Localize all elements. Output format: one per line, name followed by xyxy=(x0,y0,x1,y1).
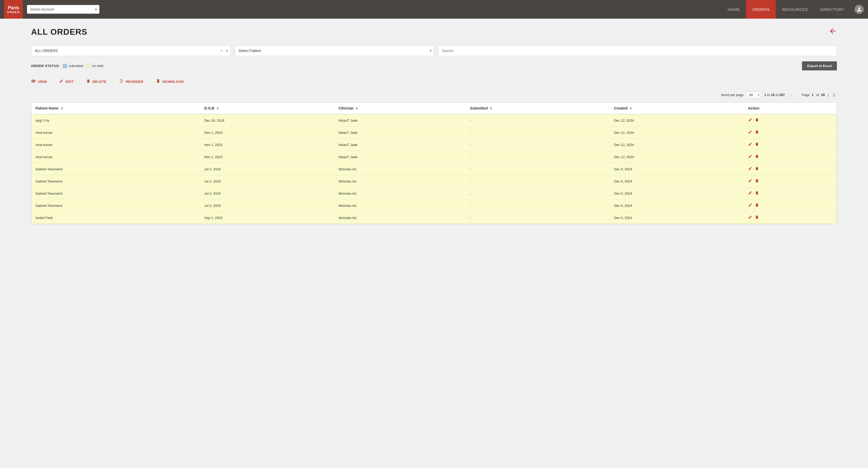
reorder-button[interactable]: REORDER xyxy=(119,79,144,84)
cell-created: Dec 6, 2024 xyxy=(610,175,744,187)
search-container xyxy=(438,45,837,56)
cell-created: Dec 12, 2024 xyxy=(610,114,744,127)
cell-action xyxy=(744,212,837,224)
nav-item-resources[interactable]: RESOURCES xyxy=(776,0,814,19)
cell-dob: Sep 1, 2024 xyxy=(200,212,334,224)
cell-clinician: NolanT Jade xyxy=(334,127,466,139)
status-box-onhold-icon xyxy=(87,64,91,68)
cell-action xyxy=(744,139,837,151)
download-button[interactable]: DOWNLOAD xyxy=(156,79,184,84)
col-submitted[interactable]: Submitted ⇅ xyxy=(466,102,610,114)
row-delete-button[interactable] xyxy=(755,142,759,147)
row-edit-button[interactable] xyxy=(748,142,752,147)
sort-dob-icon: ⇅ xyxy=(216,107,219,110)
order-filter-clear[interactable]: × xyxy=(220,49,223,53)
row-delete-button[interactable] xyxy=(755,179,759,184)
items-per-page-label: Items per page xyxy=(721,93,744,97)
col-clinician[interactable]: Clinician ⇅ xyxy=(334,102,466,114)
per-page-wrapper: 10 25 50 100 xyxy=(747,92,761,98)
first-page-button[interactable]: ⟨⟨ xyxy=(788,92,794,98)
logo-sub: ORDER xyxy=(7,10,20,14)
table-row[interactable]: Gabriel TownsendJul 2, 2024Nicholas Ad-D… xyxy=(31,187,837,199)
patient-filter-select[interactable]: Select Patient xyxy=(235,45,434,56)
eye-icon xyxy=(31,79,36,83)
cell-clinician: Nicholas Ad xyxy=(334,199,466,212)
cell-created: Dec 12, 2024 xyxy=(610,139,744,151)
status-submitted-label: submitted xyxy=(69,64,83,68)
of-label: of xyxy=(816,93,819,97)
back-button[interactable] xyxy=(829,27,837,37)
status-onhold: on hold xyxy=(87,64,103,68)
row-delete-button[interactable] xyxy=(755,166,759,171)
cell-created: Dec 6, 2024 xyxy=(610,199,744,212)
table-row[interactable]: Gabriel TownsendJul 2, 2024Nicholas Ad-D… xyxy=(31,199,837,212)
row-edit-button[interactable] xyxy=(748,130,752,135)
cell-submitted: - xyxy=(466,212,610,224)
account-select-container: Select Account xyxy=(27,5,99,14)
row-delete-button[interactable] xyxy=(755,203,759,208)
row-delete-button[interactable] xyxy=(755,191,759,196)
nav-item-home[interactable]: HOME xyxy=(721,0,746,19)
table-row[interactable]: dagi 2 tryDec 18, 2018NolanT Jade-Dec 12… xyxy=(31,114,837,127)
cell-dob: Jul 2, 2024 xyxy=(200,187,334,199)
row-edit-button[interactable] xyxy=(748,166,752,171)
range-start: 1 xyxy=(764,93,766,97)
row-delete-button[interactable] xyxy=(755,130,759,135)
row-delete-button[interactable] xyxy=(755,215,759,220)
last-page-button[interactable]: ⟩⟩ xyxy=(831,92,837,98)
cell-action xyxy=(744,199,837,212)
row-edit-button[interactable] xyxy=(748,215,752,220)
delete-button[interactable]: DELETE xyxy=(86,79,106,84)
row-delete-button[interactable] xyxy=(755,118,759,123)
status-submitted: submitted xyxy=(63,64,83,68)
col-created[interactable]: Created ⇅ xyxy=(610,102,744,114)
row-edit-button[interactable] xyxy=(748,203,752,208)
cell-patient_name: Gabriel Townsend xyxy=(31,175,200,187)
total-items: 287 xyxy=(779,93,785,97)
cell-patient_name: Amit kumar xyxy=(31,151,200,163)
view-button[interactable]: VIEW xyxy=(31,79,47,84)
search-input[interactable] xyxy=(438,45,837,56)
edit-button[interactable]: EDIT xyxy=(59,79,74,84)
table-row[interactable]: Gabriel TownsendJul 2, 2024Nicholas Ad-D… xyxy=(31,163,837,175)
order-filter-select[interactable]: ALL ORDERS xyxy=(31,45,230,56)
cell-clinician: Nicholas Ad xyxy=(334,163,466,175)
row-delete-button[interactable] xyxy=(755,154,759,159)
cell-dob: Nov 1, 2023 xyxy=(200,127,334,139)
table-row[interactable]: Gabriel TownsendJul 2, 2024Nicholas Ad-D… xyxy=(31,175,837,187)
pagination-range: 1 to 10 of 287 xyxy=(764,93,785,97)
table-row[interactable]: Amit kumarNov 1, 2023NolanT Jade-Dec 12,… xyxy=(31,151,837,163)
logo-text: Paris xyxy=(8,5,19,10)
view-label: VIEW xyxy=(38,80,47,84)
row-edit-button[interactable] xyxy=(748,154,752,159)
user-avatar[interactable] xyxy=(855,5,864,14)
cell-clinician: NolanT Jade xyxy=(334,151,466,163)
cell-created: Dec 6, 2024 xyxy=(610,187,744,199)
cell-clinician: NolanT Jade xyxy=(334,139,466,151)
download-icon xyxy=(156,79,160,84)
table-row[interactable]: Amit kumarNov 1, 2023NolanT Jade-Dec 12,… xyxy=(31,139,837,151)
table-row[interactable]: Isobel FieldSep 1, 2024Nicholas Ad-Dec 6… xyxy=(31,212,837,224)
col-dob[interactable]: D.O.B ⇅ xyxy=(200,102,334,114)
row-edit-button[interactable] xyxy=(748,118,752,123)
main-content: ALL ORDERS ALL ORDERS × ▾ Select Patient… xyxy=(0,19,868,232)
export-excel-button[interactable]: Export to Excel xyxy=(802,61,837,70)
prev-page-button[interactable]: ⟨ xyxy=(795,92,799,98)
next-page-button[interactable]: ⟩ xyxy=(826,92,830,98)
page-header: ALL ORDERS xyxy=(31,27,837,37)
table-row[interactable]: Amit kumarNov 1, 2023NolanT Jade-Dec 12,… xyxy=(31,127,837,139)
table-header-row: Patient Name ⇅ D.O.B ⇅ Clinician ⇅ Submi… xyxy=(31,102,837,114)
cell-dob: Jul 2, 2024 xyxy=(200,199,334,212)
per-page-select[interactable]: 10 25 50 100 xyxy=(747,92,761,98)
col-patient-name[interactable]: Patient Name ⇅ xyxy=(31,102,200,114)
nav-item-orders[interactable]: ORDERS xyxy=(746,0,776,19)
account-select-wrapper: Select Account xyxy=(27,5,99,14)
table-header: Patient Name ⇅ D.O.B ⇅ Clinician ⇅ Submi… xyxy=(31,102,837,114)
row-edit-button[interactable] xyxy=(748,179,752,184)
row-edit-button[interactable] xyxy=(748,191,752,196)
cell-action xyxy=(744,175,837,187)
back-arrow-icon xyxy=(829,27,837,35)
nav-item-directory[interactable]: DIRECTORY xyxy=(814,0,850,19)
account-select[interactable]: Select Account xyxy=(27,5,99,14)
cell-submitted: - xyxy=(466,175,610,187)
